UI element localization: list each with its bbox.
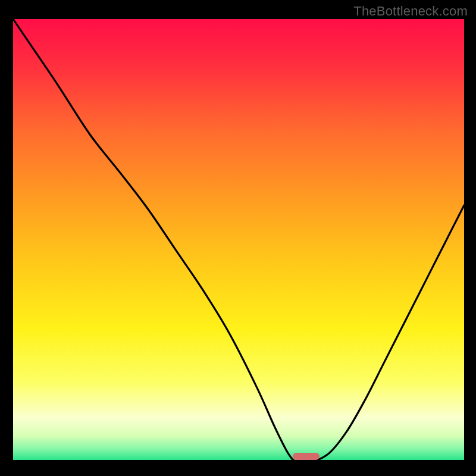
optimum-marker xyxy=(293,453,320,460)
chart-canvas: TheBottleneck.com xyxy=(0,0,476,476)
plot-area xyxy=(13,19,464,462)
bottom-border xyxy=(13,460,464,463)
watermark: TheBottleneck.com xyxy=(353,4,468,19)
bottleneck-curve xyxy=(13,19,464,462)
